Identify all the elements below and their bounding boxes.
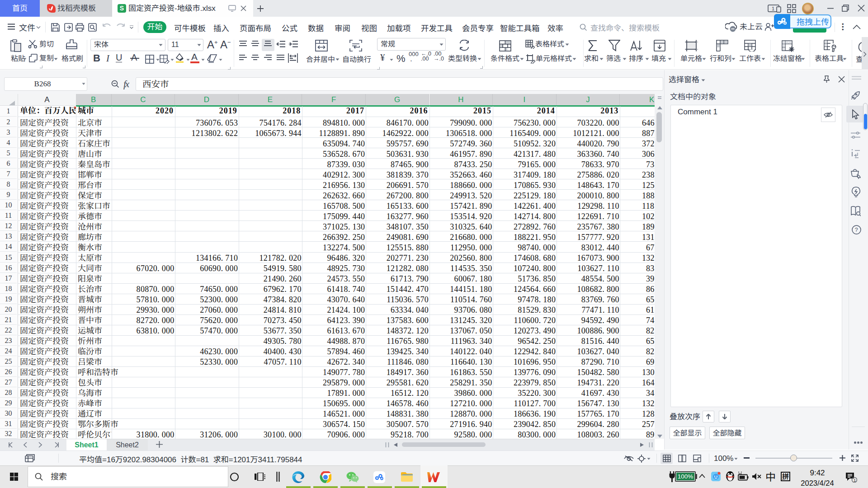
svg-text:1: 1 [854, 478, 856, 483]
svg-text:1: 1 [772, 6, 774, 11]
svg-text:?: ? [855, 227, 858, 233]
